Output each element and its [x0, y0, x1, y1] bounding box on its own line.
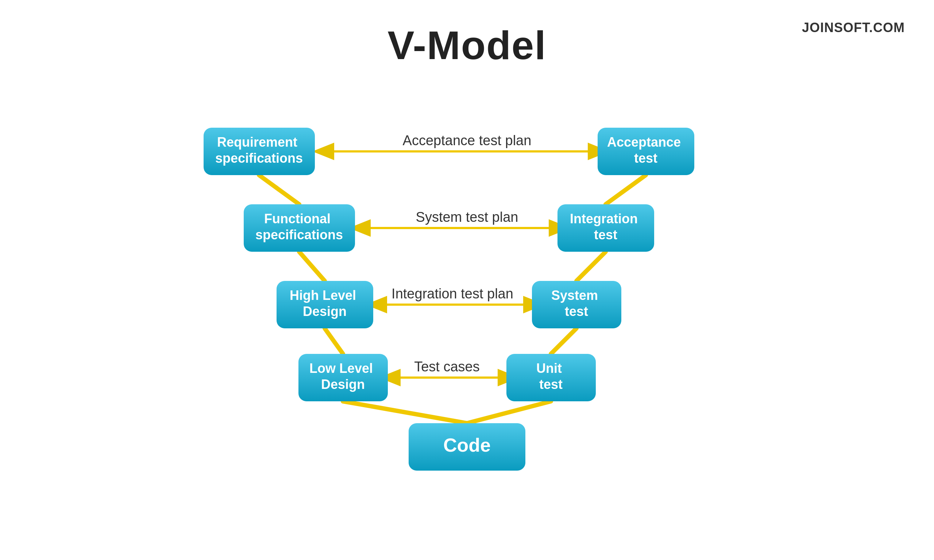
svg-line-7	[467, 401, 551, 423]
svg-text:System test plan: System test plan	[416, 209, 519, 225]
svg-text:Code: Code	[443, 434, 491, 456]
svg-text:Integration test plan: Integration test plan	[391, 286, 513, 302]
page-title: V-Model	[0, 0, 934, 68]
svg-text:Acceptance test plan: Acceptance test plan	[403, 133, 532, 148]
brand-label: JOINSOFT.COM	[802, 20, 905, 35]
svg-line-2	[325, 328, 343, 354]
svg-line-5	[577, 252, 606, 281]
svg-line-4	[606, 175, 646, 204]
svg-line-1	[299, 252, 325, 281]
diagram-container: Acceptance test plan System test plan In…	[0, 80, 934, 554]
svg-line-0	[259, 175, 299, 204]
svg-text:Test cases: Test cases	[414, 359, 480, 374]
svg-line-6	[551, 328, 577, 354]
svg-line-3	[343, 401, 467, 423]
